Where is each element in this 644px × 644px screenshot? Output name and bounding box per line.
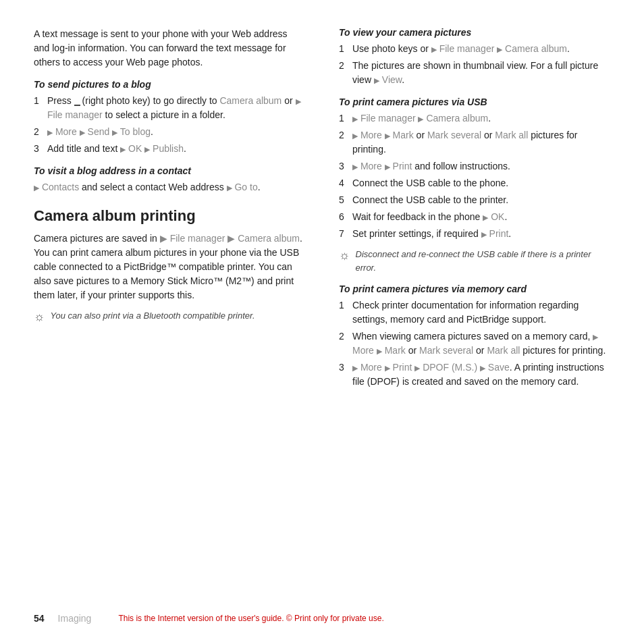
right-column: To view your camera pictures 1 Use photo…: [332, 27, 610, 593]
list-item: 2 When viewing camera pictures saved on …: [339, 329, 610, 358]
link-more-m: More: [352, 345, 374, 356]
list-num: 6: [339, 210, 348, 224]
link-mark-several: Mark several: [427, 130, 481, 140]
link-go-to: Go to: [234, 182, 257, 192]
link-file-manager2: ▶ File manager: [160, 233, 225, 244]
list-num: 2: [339, 59, 348, 87]
list-item-content: ▶ More ▶ Print ▶ DPOF (M.S.) ▶ Save. A p…: [352, 360, 610, 389]
list-item: 3 ▶ More ▶ Print and follow instructions…: [339, 159, 610, 173]
list-item: 3 ▶ More ▶ Print ▶ DPOF (M.S.) ▶ Save. A…: [339, 360, 610, 389]
link-camera-album-r2: Camera album: [426, 113, 488, 124]
list-item: 6 Wait for feedback in the phone ▶ OK.: [339, 210, 610, 224]
list-item: 2 ▶ More ▶ Mark or Mark several or Mark …: [339, 128, 610, 157]
list-item-content: Set printer settings, if required ▶ Prin…: [352, 227, 610, 241]
list-item: 1 Press ⎯ (right photo key) to go direct…: [34, 94, 305, 122]
link-file-manager-r2: File manager: [360, 113, 416, 124]
page: A text message is sent to your phone wit…: [0, 0, 644, 644]
link-to-blog: To blog: [120, 126, 151, 137]
link-more-m2: More: [360, 362, 382, 373]
link-contacts: Contacts: [42, 182, 79, 192]
print-usb-title: To print camera pictures via USB: [339, 97, 610, 107]
list-item: 3 Add title and text ▶ OK ▶ Publish.: [34, 142, 305, 156]
list-item: 1 Check printer documentation for inform…: [339, 298, 610, 327]
view-pictures-list: 1 Use photo keys or ▶ File manager ▶ Cam…: [339, 42, 610, 87]
list-num: 3: [339, 159, 348, 173]
tip-icon-right: ☼: [339, 248, 350, 263]
link-file-manager-r: File manager: [439, 43, 495, 54]
view-pictures-title: To view your camera pictures: [339, 27, 610, 38]
list-item-content: Use photo keys or ▶ File manager ▶ Camer…: [352, 42, 610, 56]
content-area: A text message is sent to your phone wit…: [34, 27, 610, 593]
link-more-r: More: [360, 130, 382, 140]
list-num: 3: [34, 142, 43, 156]
list-num: 2: [339, 329, 348, 358]
print-memory-title: To print camera pictures via memory card: [339, 284, 610, 294]
link-print: Print: [393, 161, 412, 171]
footer-page-num: 54: [34, 613, 45, 624]
list-item-content: Connect the USB cable to the printer.: [352, 193, 610, 207]
link-mark-all: Mark all: [495, 130, 528, 140]
section2-text: ▶ Contacts and select a contact Web addr…: [34, 180, 305, 194]
list-item: 5 Connect the USB cable to the printer.: [339, 193, 610, 207]
list-item-content: When viewing camera pictures saved on a …: [352, 329, 610, 358]
footer-copyright: This is the Internet version of the user…: [118, 614, 383, 623]
list-item-content: Check printer documentation for informat…: [352, 298, 610, 327]
list-item-content: ▶ More ▶ Send ▶ To blog.: [47, 125, 305, 139]
link-mark-all-m: Mark all: [487, 345, 520, 356]
intro-text: A text message is sent to your phone wit…: [34, 27, 305, 70]
footer-section: Imaging: [58, 613, 92, 624]
list-num: 2: [34, 125, 43, 139]
list-item-content: ▶ File manager ▶ Camera album.: [352, 111, 610, 126]
list-item-content: The pictures are shown in thumbnail view…: [352, 59, 610, 87]
link-save: Save: [488, 362, 510, 373]
list-item: 4 Connect the USB cable to the phone.: [339, 176, 610, 190]
list-num: 7: [339, 227, 348, 241]
link-print2: Print: [489, 228, 509, 239]
section1-title: To send pictures to a blog: [34, 79, 305, 90]
list-item-content: ▶ More ▶ Print and follow instructions.: [352, 159, 610, 173]
list-num: 2: [339, 128, 348, 157]
list-item: 1 Use photo keys or ▶ File manager ▶ Cam…: [339, 42, 610, 56]
list-item: 2 ▶ More ▶ Send ▶ To blog.: [34, 125, 305, 139]
link-view: View: [382, 74, 402, 85]
section1-list: 1 Press ⎯ (right photo key) to go direct…: [34, 94, 305, 156]
list-num: 1: [339, 42, 348, 56]
left-column: A text message is sent to your phone wit…: [34, 27, 312, 593]
tip-box: ☼ You can also print via a Bluetooth com…: [34, 309, 305, 324]
link-file-manager: File manager: [47, 109, 103, 120]
list-item-content: Add title and text ▶ OK ▶ Publish.: [47, 142, 305, 156]
print-usb-list: 1 ▶ File manager ▶ Camera album. 2 ▶ Mor…: [339, 111, 610, 241]
link-ok: OK: [128, 143, 142, 154]
list-item-content: ▶ More ▶ Mark or Mark several or Mark al…: [352, 128, 610, 157]
tip-text-right: Disconnect and re-connect the USB cable …: [356, 248, 611, 274]
link-publish: Publish: [153, 143, 184, 154]
list-item-content: Press ⎯ (right photo key) to go directly…: [47, 94, 305, 122]
list-num: 5: [339, 193, 348, 207]
link-dpof: DPOF (M.S.): [423, 362, 477, 373]
link-camera-album2: ▶ Camera album: [227, 233, 300, 244]
link-send: Send: [88, 126, 110, 137]
list-item-content: Connect the USB cable to the phone.: [352, 176, 610, 190]
footer: 54 Imaging This is the Internet version …: [34, 606, 610, 624]
link-more-r2: More: [360, 161, 382, 171]
list-num: 1: [34, 94, 43, 122]
chapter-body: Camera pictures are saved in ▶ File mana…: [34, 232, 305, 302]
tip-icon: ☼: [34, 310, 45, 324]
tip-text: You can also print via a Bluetooth compa…: [51, 309, 255, 323]
list-item: 1 ▶ File manager ▶ Camera album.: [339, 111, 610, 126]
link-more: More: [55, 126, 77, 137]
link-print-m: Print: [393, 362, 412, 373]
chapter-title: Camera album printing: [34, 207, 305, 226]
list-num: 3: [339, 360, 348, 389]
list-num: 4: [339, 176, 348, 190]
list-num: 1: [339, 298, 348, 327]
link-ok-r: OK: [491, 211, 504, 222]
print-memory-list: 1 Check printer documentation for inform…: [339, 298, 610, 389]
link-camera-album-r: Camera album: [505, 43, 567, 54]
list-item-content: Wait for feedback in the phone ▶ OK.: [352, 210, 610, 224]
tip-box-right: ☼ Disconnect and re-connect the USB cabl…: [339, 248, 610, 274]
list-num: 1: [339, 111, 348, 126]
list-item: 7 Set printer settings, if required ▶ Pr…: [339, 227, 610, 241]
link-mark: Mark: [393, 130, 414, 140]
link-mark-several-m: Mark several: [419, 345, 473, 356]
